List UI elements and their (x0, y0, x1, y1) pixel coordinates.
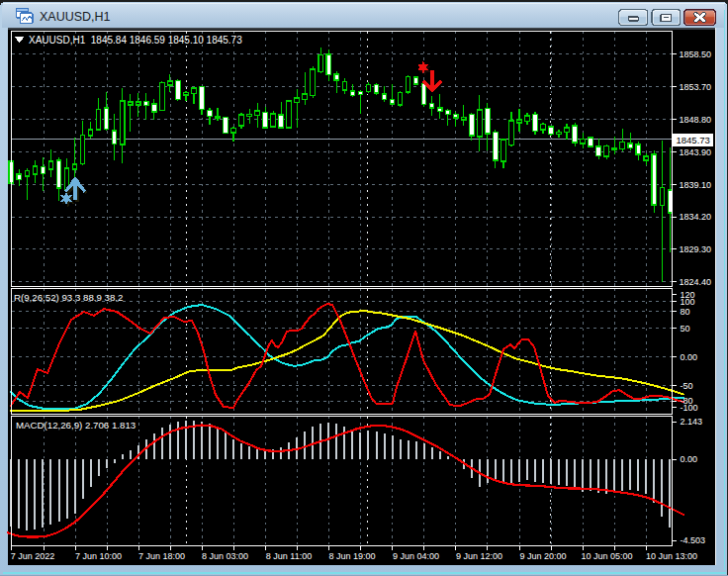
svg-text:1843.90: 1843.90 (680, 147, 712, 157)
svg-text:R(9,26,52) 93.3 88.9 38.2: R(9,26,52) 93.3 88.9 38.2 (14, 292, 123, 303)
svg-text:2.143: 2.143 (681, 417, 703, 427)
svg-text:8 Jun 11:00: 8 Jun 11:00 (266, 551, 312, 561)
svg-text:1853.70: 1853.70 (680, 82, 712, 92)
svg-text:XAUUSD,H1 1845.84 1846.59 184: XAUUSD,H1 1845.84 1846.59 1845.10 1845.7… (29, 35, 242, 46)
svg-text:10 Jun 13:00: 10 Jun 13:00 (646, 551, 697, 561)
svg-text:7 Jun 10:00: 7 Jun 10:00 (75, 551, 122, 561)
svg-text:1829.30: 1829.30 (680, 244, 712, 254)
svg-text:80: 80 (681, 307, 690, 317)
svg-text:XAUUSD,H1: XAUUSD,H1 (40, 10, 111, 24)
svg-text:-4.503: -4.503 (681, 535, 706, 545)
svg-text:0.00: 0.00 (681, 454, 698, 464)
svg-text:1845.73: 1845.73 (677, 135, 710, 145)
svg-text:9 Jun 12:00: 9 Jun 12:00 (456, 551, 502, 561)
svg-text:10 Jun 05:00: 10 Jun 05:00 (581, 551, 632, 561)
svg-text:50: 50 (681, 324, 690, 334)
svg-text:MACD(12,26,9) 2.706 1.813: MACD(12,26,9) 2.706 1.813 (16, 420, 136, 431)
svg-text:-50: -50 (681, 381, 693, 391)
svg-text:0.00: 0.00 (681, 352, 698, 362)
svg-text:7 Jun 18:00: 7 Jun 18:00 (138, 551, 185, 561)
svg-text:8 Jun 19:00: 8 Jun 19:00 (328, 551, 375, 561)
svg-text:1839.10: 1839.10 (680, 180, 712, 190)
svg-text:1824.40: 1824.40 (680, 277, 712, 287)
svg-text:7 Jun 2022: 7 Jun 2022 (11, 551, 55, 561)
svg-text:9 Jun 04:00: 9 Jun 04:00 (393, 551, 439, 561)
svg-text:9 Jun 20:00: 9 Jun 20:00 (519, 551, 566, 561)
svg-text:1834.20: 1834.20 (680, 212, 712, 222)
svg-text:1858.50: 1858.50 (680, 49, 712, 59)
svg-text:8 Jun 03:00: 8 Jun 03:00 (202, 551, 248, 561)
svg-text:1848.80: 1848.80 (680, 115, 712, 125)
svg-text:-100: -100 (681, 403, 698, 413)
